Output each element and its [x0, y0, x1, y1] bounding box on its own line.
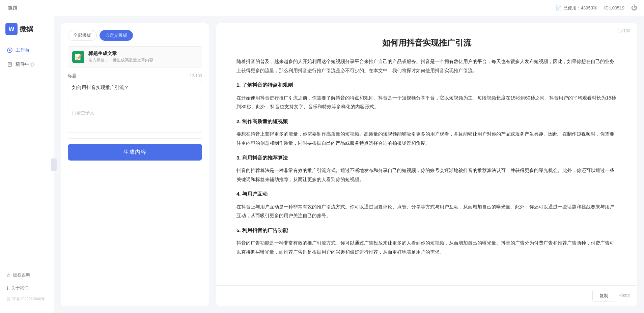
template-desc: 输入标题，一键生成高质量文章内容 [88, 57, 153, 63]
sidebar-item-label: 稿件中心 [16, 61, 34, 67]
topbar-title: 微撰 [8, 5, 18, 11]
sidebar-item-about[interactable]: ℹ 关于我们 [0, 282, 54, 294]
keywords-placeholder: 白请空录入 [72, 110, 94, 115]
title-field-count: 12/100 [190, 74, 202, 78]
sidebar-logo: W 微撰 [0, 23, 54, 43]
sidebar-item-label: 工作台 [16, 47, 30, 53]
left-panel: 全部模板 自定义模板 📝 标题生成文章 输入标题，一键生成高质量文章内容 标题 … [61, 23, 209, 306]
logo-icon: W [5, 23, 18, 35]
svg-point-1 [9, 50, 11, 51]
sidebar-nav: 工作台 稿件中心 [0, 43, 54, 266]
template-tabs: 全部模板 自定义模板 [68, 30, 202, 41]
sidebar-collapse-btn[interactable]: ‹ [51, 159, 57, 171]
icp-text: 皖ICP备2022016846号 [0, 294, 54, 304]
divider [68, 138, 202, 139]
sidebar-item-workbench[interactable]: 工作台 [0, 43, 54, 57]
logo-text: 微撰 [20, 25, 33, 34]
template-info: 标题生成文章 输入标题，一键生成高质量文章内容 [88, 51, 153, 63]
copy-btn[interactable]: 复制 [592, 290, 615, 302]
topbar-id: ID:100519 [604, 5, 624, 10]
sidebar-item-copyright[interactable]: © 版权说明 [0, 269, 54, 282]
word-count: 693字 [619, 293, 630, 299]
title-field-label: 标题 [68, 73, 77, 79]
title-input[interactable] [68, 81, 202, 99]
generate-btn[interactable]: 生成内容 [68, 144, 202, 161]
template-card[interactable]: 📝 标题生成文章 输入标题，一键生成高质量文章内容 [68, 46, 202, 67]
article-content-area: 11/100 如何用抖音实现推广引流 随着抖音的普及，越来越多的人开始利用这个短… [216, 23, 637, 285]
document-green-icon: 📝 [72, 51, 84, 63]
tab-all-templates[interactable]: 全部模板 [68, 30, 97, 41]
topbar-usage: 📄 已使用：43953字 [556, 5, 597, 11]
sidebar-bottom: © 版权说明 ℹ 关于我们 皖ICP备2022016846号 [0, 266, 54, 306]
copyright-icon: © [7, 273, 10, 278]
info-icon: ℹ [7, 286, 8, 291]
tab-custom-templates[interactable]: 自定义模板 [100, 30, 133, 41]
keywords-area[interactable]: 白请空录入 [68, 106, 202, 133]
right-panel: 11/100 如何用抖音实现推广引流 随着抖音的普及，越来越多的人开始利用这个短… [216, 23, 637, 306]
topbar: 微撰 📄 已使用：43953字 ID:100519 ⏻ [0, 0, 644, 16]
article-body: 随着抖音的普及，越来越多的人开始利用这个短视频分享平台来推广自己的产品或服务。抖… [236, 57, 617, 257]
page-counter: 11/100 [618, 29, 630, 33]
power-icon[interactable]: ⏻ [631, 4, 637, 11]
template-title: 标题生成文章 [88, 51, 153, 57]
home-icon [7, 47, 13, 53]
title-field-group: 标题 12/100 [68, 73, 202, 101]
right-panel-footer: 复制 693字 [216, 285, 637, 306]
file-icon [7, 61, 13, 67]
article-title: 如何用抖音实现推广引流 [236, 37, 617, 49]
document-icon: 📄 [556, 5, 562, 11]
svg-rect-2 [8, 62, 11, 66]
sidebar-item-manuscripts[interactable]: 稿件中心 [0, 57, 54, 72]
